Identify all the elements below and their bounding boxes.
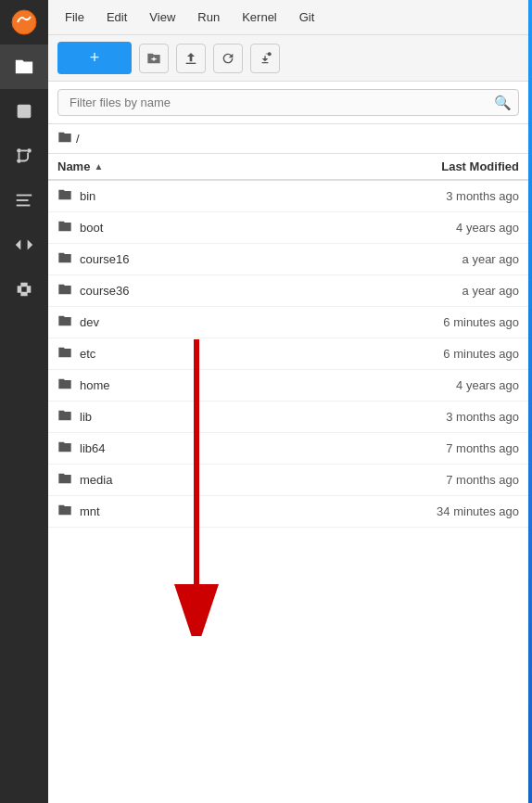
breadcrumb: / xyxy=(48,124,528,154)
table-row[interactable]: course36 a year ago xyxy=(48,275,528,307)
menu-file[interactable]: File xyxy=(56,6,94,28)
table-row[interactable]: etc 6 minutes ago xyxy=(48,338,528,370)
search-icon: 🔍 xyxy=(494,95,512,111)
new-launcher-button[interactable]: + xyxy=(57,42,132,74)
file-modified: 7 months ago xyxy=(371,441,519,455)
table-row[interactable]: lib64 7 months ago xyxy=(48,433,528,465)
table-row[interactable]: dev 6 minutes ago xyxy=(48,307,528,338)
new-folder-button[interactable] xyxy=(139,44,169,73)
file-modified: 7 months ago xyxy=(371,473,519,487)
file-modified: 4 years ago xyxy=(371,378,519,392)
file-modified: a year ago xyxy=(371,284,519,298)
menu-run[interactable]: Run xyxy=(188,6,229,28)
file-table: Name ▲ Last Modified bin 3 months ago xyxy=(48,154,528,803)
sidebar-item-code[interactable] xyxy=(0,223,48,267)
breadcrumb-path[interactable]: / xyxy=(76,132,80,146)
folder-icon xyxy=(57,408,72,426)
file-name: course36 xyxy=(80,284,129,298)
folder-icon xyxy=(57,345,72,363)
menu-git[interactable]: Git xyxy=(290,6,324,28)
file-name: home xyxy=(80,378,110,392)
column-header-modified[interactable]: Last Modified xyxy=(371,159,519,173)
folder-icon xyxy=(57,440,72,457)
right-accent-bar xyxy=(528,0,532,803)
file-name: etc xyxy=(80,347,95,361)
upload-button[interactable] xyxy=(176,44,206,73)
table-row[interactable]: home 4 years ago xyxy=(48,370,528,402)
sidebar xyxy=(0,0,48,803)
breadcrumb-folder-icon xyxy=(57,130,72,147)
folder-icon xyxy=(57,376,72,394)
svg-rect-11 xyxy=(186,62,196,63)
table-row[interactable]: boot 4 years ago xyxy=(48,212,528,244)
file-modified: 3 months ago xyxy=(371,189,519,203)
folder-icon xyxy=(57,471,72,489)
column-header-name[interactable]: Name ▲ xyxy=(57,159,371,173)
svg-point-2 xyxy=(17,148,21,153)
table-header: Name ▲ Last Modified xyxy=(48,154,528,181)
svg-point-4 xyxy=(17,159,21,163)
svg-rect-1 xyxy=(18,105,32,119)
table-row[interactable]: media 7 months ago xyxy=(48,465,528,496)
git-clone-button[interactable] xyxy=(250,44,280,73)
folder-icon xyxy=(57,503,72,520)
table-row[interactable]: course16 a year ago xyxy=(48,244,528,275)
sidebar-item-extensions[interactable] xyxy=(0,267,48,312)
sort-arrow-icon: ▲ xyxy=(94,161,103,172)
file-name: mnt xyxy=(80,504,100,518)
folder-icon xyxy=(57,187,72,205)
sidebar-item-filebrowser[interactable] xyxy=(0,45,48,89)
file-name: lib64 xyxy=(80,441,105,455)
refresh-icon xyxy=(221,51,235,66)
svg-rect-6 xyxy=(17,199,29,201)
sidebar-item-running[interactable] xyxy=(0,89,48,134)
sidebar-item-git[interactable] xyxy=(0,134,48,178)
file-name: media xyxy=(80,473,112,487)
file-modified: 3 months ago xyxy=(371,410,519,424)
svg-rect-5 xyxy=(17,195,32,197)
menu-kernel[interactable]: Kernel xyxy=(233,6,286,28)
table-row[interactable]: bin 3 months ago xyxy=(48,181,528,212)
file-modified: a year ago xyxy=(371,252,519,266)
sidebar-item-toc[interactable] xyxy=(0,178,48,223)
file-modified: 4 years ago xyxy=(371,221,519,235)
svg-rect-10 xyxy=(151,58,156,59)
folder-icon xyxy=(57,219,72,236)
main-panel: File Edit View Run Kernel Git + xyxy=(48,0,528,803)
file-table-wrapper: Name ▲ Last Modified bin 3 months ago xyxy=(48,154,528,803)
folder-icon xyxy=(57,282,72,300)
menubar: File Edit View Run Kernel Git xyxy=(48,0,528,35)
app-logo xyxy=(0,0,48,45)
file-name: boot xyxy=(80,221,103,235)
menu-edit[interactable]: Edit xyxy=(97,6,136,28)
svg-point-12 xyxy=(268,52,272,56)
file-name: lib xyxy=(80,410,92,424)
table-row[interactable]: lib 3 months ago xyxy=(48,402,528,433)
menu-view[interactable]: View xyxy=(140,6,184,28)
upload-icon xyxy=(184,51,198,66)
file-name: dev xyxy=(80,315,99,329)
git-clone-icon xyxy=(258,51,272,66)
file-modified: 34 minutes ago xyxy=(371,504,519,518)
toolbar: + xyxy=(48,35,528,82)
new-folder-icon xyxy=(146,51,161,66)
file-modified: 6 minutes ago xyxy=(371,347,519,361)
search-bar: 🔍 xyxy=(48,82,528,124)
svg-rect-7 xyxy=(17,205,31,207)
folder-icon xyxy=(57,313,72,331)
file-name: bin xyxy=(80,189,95,203)
refresh-button[interactable] xyxy=(213,44,243,73)
svg-point-0 xyxy=(12,10,36,34)
svg-rect-8 xyxy=(21,287,27,292)
search-input[interactable] xyxy=(57,89,519,116)
table-row[interactable]: mnt 34 minutes ago xyxy=(48,496,528,528)
svg-point-3 xyxy=(27,148,32,153)
file-modified: 6 minutes ago xyxy=(371,315,519,329)
file-name: course16 xyxy=(80,252,129,266)
folder-icon xyxy=(57,250,72,268)
